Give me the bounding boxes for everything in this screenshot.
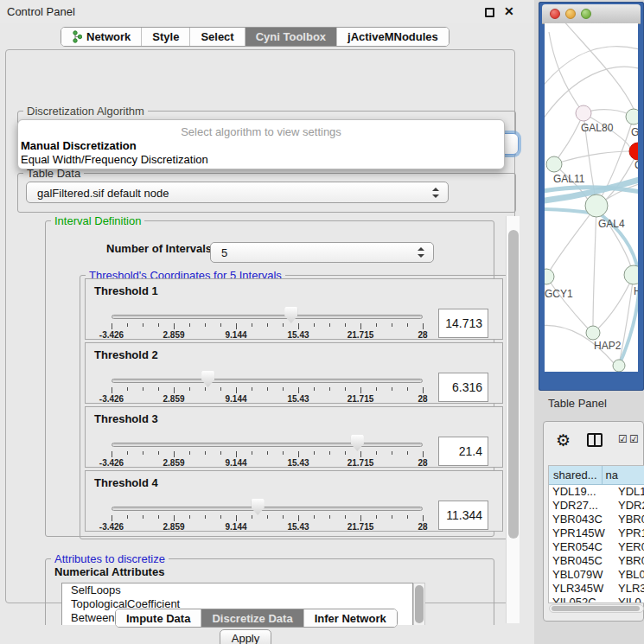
slider-tick-label: 21.715: [340, 458, 381, 468]
threshold-4-value-field[interactable]: 11.344: [438, 501, 488, 530]
tab-infer-network[interactable]: Infer Network: [303, 609, 397, 627]
network-node[interactable]: [613, 360, 625, 372]
table-cell[interactable]: YIL0: [615, 596, 644, 603]
table-data-combobox[interactable]: galFiltered.sif default node: [26, 182, 449, 203]
number-of-intervals-combobox[interactable]: 5: [210, 242, 434, 263]
tab-discretize-data[interactable]: Discretize Data: [201, 609, 303, 627]
attribute-list-item[interactable]: SelfLoops: [62, 583, 412, 597]
network-canvas[interactable]: GAL80GACGAL11GAL4GCY1HHAP2: [545, 23, 638, 372]
select-none-checkbox-icon[interactable]: ☑: [629, 434, 639, 444]
table-cell[interactable]: YDR27...: [549, 499, 615, 513]
table-cell[interactable]: YBL079W: [549, 568, 615, 582]
table-row[interactable]: YBL079WYBL0: [549, 568, 644, 582]
float-icon[interactable]: [485, 8, 494, 17]
threshold-1-value-field[interactable]: 14.713: [438, 309, 488, 338]
network-node[interactable]: [545, 269, 554, 284]
network-node[interactable]: [626, 109, 638, 124]
network-edge: [549, 206, 596, 272]
table-cell[interactable]: YLR345W: [549, 582, 615, 596]
table-horizontal-scrollbar[interactable]: [549, 604, 644, 613]
slider-thumb[interactable]: [201, 371, 214, 387]
table-row[interactable]: YER054CYER0: [549, 540, 644, 554]
node-table[interactable]: shared... na YDL19...YDL1YDR27...YDR2YBR…: [548, 465, 644, 603]
slider-tick-label: 9.144: [215, 522, 257, 532]
slider-tick: [283, 451, 284, 455]
slider-thumb[interactable]: [284, 307, 297, 323]
tab-network[interactable]: Network: [61, 28, 141, 46]
table-body: YDL19...YDL1YDR27...YDR2YBR043CYBR0YPR14…: [549, 485, 644, 603]
table-cell[interactable]: YDL19...: [549, 485, 615, 499]
tab-impute-data[interactable]: Impute Data: [116, 609, 201, 627]
zoom-traffic-light-icon[interactable]: [581, 9, 591, 19]
dropdown-option-equal-width-frequency[interactable]: Equal Width/Frequency Discretization: [21, 153, 208, 166]
slider-tick: [220, 387, 221, 391]
slider-track: [112, 507, 423, 511]
slider-tick: [112, 323, 112, 329]
table-cell[interactable]: YBR0: [615, 513, 644, 526]
network-node[interactable]: [546, 156, 562, 172]
network-node[interactable]: [629, 143, 638, 160]
slider-tick: [376, 387, 377, 391]
slider-tick: [329, 387, 330, 391]
threshold-2-value-field[interactable]: 6.316: [438, 373, 488, 402]
network-node[interactable]: [586, 326, 600, 340]
slider-tick: [205, 451, 206, 455]
table-hscrollbar-thumb[interactable]: [552, 606, 640, 611]
column-header-shared-name[interactable]: shared...: [549, 466, 603, 485]
slider-thumb[interactable]: [252, 499, 265, 515]
close-icon[interactable]: ✕: [504, 4, 514, 18]
slider-tick: [345, 451, 346, 455]
table-cell[interactable]: YPR1: [615, 526, 644, 540]
slider-tick: [236, 323, 237, 329]
slider-tick-label: 2.859: [153, 458, 194, 468]
apply-button[interactable]: Apply: [220, 629, 271, 644]
tab-style[interactable]: Style: [141, 28, 189, 46]
slider-tick: [112, 387, 112, 393]
attributes-scrollbar-thumb[interactable]: [415, 585, 424, 623]
table-cell[interactable]: YBR043C: [549, 513, 615, 526]
table-row[interactable]: YBR043CYBR0: [549, 513, 644, 526]
close-traffic-light-icon[interactable]: [550, 9, 560, 19]
network-node[interactable]: [576, 105, 591, 121]
gear-icon[interactable]: ⚙: [556, 430, 571, 450]
table-cell[interactable]: YPR145W: [549, 526, 615, 540]
settings-scrollbar-thumb[interactable]: [508, 230, 519, 539]
slider-tick: [112, 451, 112, 457]
select-all-checkbox-icon[interactable]: ☑: [618, 434, 628, 444]
network-window-titlebar[interactable]: [542, 4, 641, 24]
table-cell[interactable]: YBL0: [615, 568, 644, 582]
minimize-traffic-light-icon[interactable]: [565, 9, 576, 19]
table-row[interactable]: YBR045CYBR0: [549, 554, 644, 568]
slider-tick: [220, 323, 221, 327]
threshold-3-value-field[interactable]: 21.4: [438, 437, 488, 466]
table-cell[interactable]: YBR0: [615, 554, 644, 568]
slider-tick-label: 9.144: [215, 458, 257, 468]
table-cell[interactable]: YER054C: [549, 540, 615, 554]
column-header-name[interactable]: na: [603, 466, 644, 485]
tab-cyni-toolbox[interactable]: Cyni Toolbox: [245, 28, 336, 46]
slider-tick-label: 15.43: [277, 522, 319, 532]
top-tab-bar: Network Style Select Cyni Toolbox jActiv…: [61, 27, 450, 47]
table-row[interactable]: YDL19...YDL1: [549, 485, 644, 499]
dropdown-option-manual-discretization[interactable]: Manual Discretization: [21, 139, 137, 152]
table-row[interactable]: YLR345WYLR3: [549, 582, 644, 596]
table-cell[interactable]: YDR2: [615, 499, 644, 513]
table-cell[interactable]: YLR3: [615, 582, 644, 596]
table-row[interactable]: YDR27...YDR2: [549, 499, 644, 513]
table-cell[interactable]: YBR045C: [549, 554, 615, 568]
table-row[interactable]: YPR145WYPR1: [549, 526, 644, 540]
settings-scrollbar[interactable]: [506, 216, 520, 623]
tab-style-label: Style: [152, 30, 179, 43]
table-cell[interactable]: YDL1: [615, 485, 644, 499]
tab-infer-network-label: Infer Network: [315, 612, 386, 625]
tab-select[interactable]: Select: [189, 28, 244, 46]
table-cell[interactable]: YIL052C: [549, 596, 615, 603]
slider-thumb[interactable]: [351, 435, 364, 451]
table-cell[interactable]: YER0: [615, 540, 644, 554]
network-node[interactable]: [585, 194, 608, 217]
network-node[interactable]: [624, 265, 638, 284]
columns-icon[interactable]: [587, 433, 603, 447]
attributes-scrollbar[interactable]: [413, 583, 425, 625]
table-row[interactable]: YIL052CYIL0: [549, 596, 644, 603]
tab-jactivemnodules[interactable]: jActiveMNodules: [336, 28, 449, 46]
